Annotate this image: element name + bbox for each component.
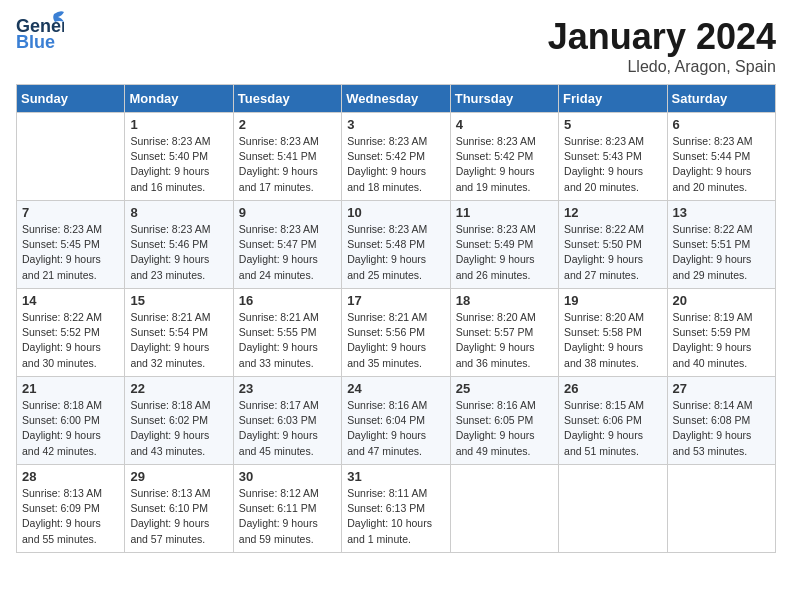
page-header: General Blue January 2024 Lledo, Aragon,… [16,16,776,76]
calendar-cell [559,465,667,553]
calendar-cell [17,113,125,201]
day-number: 5 [564,117,661,132]
calendar-cell: 22Sunrise: 8:18 AMSunset: 6:02 PMDayligh… [125,377,233,465]
calendar-cell: 29Sunrise: 8:13 AMSunset: 6:10 PMDayligh… [125,465,233,553]
cell-info: Sunrise: 8:13 AMSunset: 6:10 PMDaylight:… [130,486,227,547]
cell-info: Sunrise: 8:23 AMSunset: 5:42 PMDaylight:… [456,134,553,195]
calendar-cell: 3Sunrise: 8:23 AMSunset: 5:42 PMDaylight… [342,113,450,201]
calendar-cell: 16Sunrise: 8:21 AMSunset: 5:55 PMDayligh… [233,289,341,377]
calendar-cell: 24Sunrise: 8:16 AMSunset: 6:04 PMDayligh… [342,377,450,465]
cell-info: Sunrise: 8:18 AMSunset: 6:00 PMDaylight:… [22,398,119,459]
calendar-cell: 31Sunrise: 8:11 AMSunset: 6:13 PMDayligh… [342,465,450,553]
day-number: 27 [673,381,770,396]
day-header-monday: Monday [125,85,233,113]
cell-info: Sunrise: 8:22 AMSunset: 5:51 PMDaylight:… [673,222,770,283]
calendar-cell: 5Sunrise: 8:23 AMSunset: 5:43 PMDaylight… [559,113,667,201]
calendar-table: SundayMondayTuesdayWednesdayThursdayFrid… [16,84,776,553]
logo-icon: General Blue [16,10,64,52]
cell-info: Sunrise: 8:20 AMSunset: 5:57 PMDaylight:… [456,310,553,371]
cell-info: Sunrise: 8:22 AMSunset: 5:50 PMDaylight:… [564,222,661,283]
calendar-cell [667,465,775,553]
week-row-3: 14Sunrise: 8:22 AMSunset: 5:52 PMDayligh… [17,289,776,377]
week-row-5: 28Sunrise: 8:13 AMSunset: 6:09 PMDayligh… [17,465,776,553]
calendar-cell: 13Sunrise: 8:22 AMSunset: 5:51 PMDayligh… [667,201,775,289]
month-title: January 2024 [548,16,776,58]
cell-info: Sunrise: 8:16 AMSunset: 6:04 PMDaylight:… [347,398,444,459]
cell-info: Sunrise: 8:22 AMSunset: 5:52 PMDaylight:… [22,310,119,371]
calendar-cell: 20Sunrise: 8:19 AMSunset: 5:59 PMDayligh… [667,289,775,377]
calendar-cell: 19Sunrise: 8:20 AMSunset: 5:58 PMDayligh… [559,289,667,377]
calendar-cell: 15Sunrise: 8:21 AMSunset: 5:54 PMDayligh… [125,289,233,377]
title-block: January 2024 Lledo, Aragon, Spain [548,16,776,76]
cell-info: Sunrise: 8:16 AMSunset: 6:05 PMDaylight:… [456,398,553,459]
calendar-cell: 28Sunrise: 8:13 AMSunset: 6:09 PMDayligh… [17,465,125,553]
calendar-cell: 9Sunrise: 8:23 AMSunset: 5:47 PMDaylight… [233,201,341,289]
cell-info: Sunrise: 8:21 AMSunset: 5:56 PMDaylight:… [347,310,444,371]
day-number: 31 [347,469,444,484]
week-row-4: 21Sunrise: 8:18 AMSunset: 6:00 PMDayligh… [17,377,776,465]
day-header-wednesday: Wednesday [342,85,450,113]
day-number: 3 [347,117,444,132]
day-number: 4 [456,117,553,132]
day-number: 13 [673,205,770,220]
day-number: 21 [22,381,119,396]
calendar-cell: 18Sunrise: 8:20 AMSunset: 5:57 PMDayligh… [450,289,558,377]
calendar-cell: 6Sunrise: 8:23 AMSunset: 5:44 PMDaylight… [667,113,775,201]
day-number: 23 [239,381,336,396]
cell-info: Sunrise: 8:21 AMSunset: 5:54 PMDaylight:… [130,310,227,371]
calendar-cell [450,465,558,553]
day-number: 14 [22,293,119,308]
calendar-cell: 17Sunrise: 8:21 AMSunset: 5:56 PMDayligh… [342,289,450,377]
cell-info: Sunrise: 8:23 AMSunset: 5:44 PMDaylight:… [673,134,770,195]
calendar-cell: 12Sunrise: 8:22 AMSunset: 5:50 PMDayligh… [559,201,667,289]
week-row-2: 7Sunrise: 8:23 AMSunset: 5:45 PMDaylight… [17,201,776,289]
day-number: 9 [239,205,336,220]
day-number: 20 [673,293,770,308]
calendar-cell: 23Sunrise: 8:17 AMSunset: 6:03 PMDayligh… [233,377,341,465]
cell-info: Sunrise: 8:11 AMSunset: 6:13 PMDaylight:… [347,486,444,547]
cell-info: Sunrise: 8:14 AMSunset: 6:08 PMDaylight:… [673,398,770,459]
day-number: 12 [564,205,661,220]
day-number: 19 [564,293,661,308]
day-number: 2 [239,117,336,132]
day-number: 17 [347,293,444,308]
calendar-cell: 25Sunrise: 8:16 AMSunset: 6:05 PMDayligh… [450,377,558,465]
cell-info: Sunrise: 8:23 AMSunset: 5:45 PMDaylight:… [22,222,119,283]
day-number: 16 [239,293,336,308]
cell-info: Sunrise: 8:17 AMSunset: 6:03 PMDaylight:… [239,398,336,459]
day-number: 15 [130,293,227,308]
day-number: 1 [130,117,227,132]
day-number: 22 [130,381,227,396]
cell-info: Sunrise: 8:23 AMSunset: 5:43 PMDaylight:… [564,134,661,195]
day-header-friday: Friday [559,85,667,113]
cell-info: Sunrise: 8:23 AMSunset: 5:47 PMDaylight:… [239,222,336,283]
day-number: 30 [239,469,336,484]
day-header-thursday: Thursday [450,85,558,113]
logo: General Blue [16,10,64,56]
cell-info: Sunrise: 8:23 AMSunset: 5:42 PMDaylight:… [347,134,444,195]
day-number: 11 [456,205,553,220]
day-number: 25 [456,381,553,396]
cell-info: Sunrise: 8:23 AMSunset: 5:49 PMDaylight:… [456,222,553,283]
calendar-cell: 7Sunrise: 8:23 AMSunset: 5:45 PMDaylight… [17,201,125,289]
calendar-cell: 8Sunrise: 8:23 AMSunset: 5:46 PMDaylight… [125,201,233,289]
calendar-cell: 26Sunrise: 8:15 AMSunset: 6:06 PMDayligh… [559,377,667,465]
svg-text:Blue: Blue [16,32,55,52]
cell-info: Sunrise: 8:13 AMSunset: 6:09 PMDaylight:… [22,486,119,547]
cell-info: Sunrise: 8:12 AMSunset: 6:11 PMDaylight:… [239,486,336,547]
day-number: 18 [456,293,553,308]
calendar-cell: 2Sunrise: 8:23 AMSunset: 5:41 PMDaylight… [233,113,341,201]
day-number: 26 [564,381,661,396]
calendar-cell: 21Sunrise: 8:18 AMSunset: 6:00 PMDayligh… [17,377,125,465]
cell-info: Sunrise: 8:20 AMSunset: 5:58 PMDaylight:… [564,310,661,371]
cell-info: Sunrise: 8:23 AMSunset: 5:41 PMDaylight:… [239,134,336,195]
cell-info: Sunrise: 8:15 AMSunset: 6:06 PMDaylight:… [564,398,661,459]
calendar-cell: 11Sunrise: 8:23 AMSunset: 5:49 PMDayligh… [450,201,558,289]
day-number: 6 [673,117,770,132]
calendar-cell: 14Sunrise: 8:22 AMSunset: 5:52 PMDayligh… [17,289,125,377]
cell-info: Sunrise: 8:23 AMSunset: 5:40 PMDaylight:… [130,134,227,195]
calendar-cell: 27Sunrise: 8:14 AMSunset: 6:08 PMDayligh… [667,377,775,465]
calendar-cell: 4Sunrise: 8:23 AMSunset: 5:42 PMDaylight… [450,113,558,201]
day-number: 24 [347,381,444,396]
cell-info: Sunrise: 8:23 AMSunset: 5:48 PMDaylight:… [347,222,444,283]
